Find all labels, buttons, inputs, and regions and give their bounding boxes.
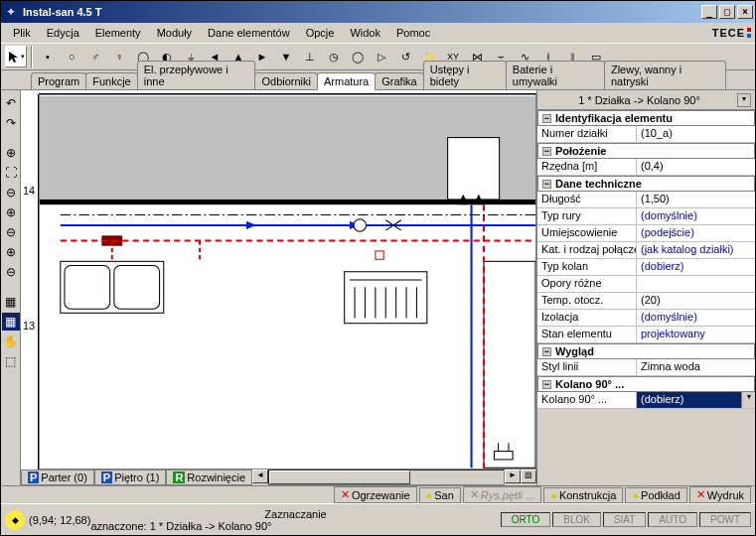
- mode-orto[interactable]: ORTO: [501, 512, 551, 527]
- zoom-minus-icon[interactable]: ⊖: [2, 223, 20, 241]
- snap-icon[interactable]: ▦: [2, 313, 20, 331]
- prop-value[interactable]: (0,4): [637, 159, 755, 175]
- mode-siat[interactable]: SIAT: [603, 512, 646, 527]
- prop-row[interactable]: Temp. otocz.(20): [537, 293, 755, 310]
- coord-icon: ◆: [1, 505, 29, 533]
- prop-row[interactable]: Opory różne: [537, 276, 755, 293]
- menu-widok[interactable]: Widok: [342, 25, 388, 41]
- maximize-button[interactable]: □: [719, 5, 735, 19]
- prop-header-dropdown[interactable]: ▾: [737, 93, 751, 107]
- zoom-sel-icon[interactable]: ⊖: [2, 263, 20, 281]
- close-button[interactable]: ×: [737, 5, 753, 19]
- menu-plik[interactable]: Plik: [5, 25, 39, 41]
- prop-row[interactable]: Typ kolan(dobierz): [537, 259, 755, 276]
- prop-value[interactable]: (domyślnie): [637, 208, 755, 224]
- x-icon: ✕: [341, 488, 350, 501]
- prop-value-dropdown[interactable]: ▾: [741, 392, 755, 408]
- tab-ustepy[interactable]: Ustępy i bidety: [423, 61, 507, 89]
- zoom-fit-icon[interactable]: ⛶: [2, 164, 20, 182]
- prop-row[interactable]: Styl liniiZimna woda: [537, 359, 755, 376]
- menu-elementy[interactable]: Elementy: [87, 25, 149, 41]
- tool-female[interactable]: ♀: [108, 46, 130, 67]
- prop-row[interactable]: Numer działki(10_a): [537, 126, 755, 143]
- prop-value[interactable]: (domyślnie): [637, 310, 755, 326]
- zoom-in-icon[interactable]: ⊕: [2, 144, 20, 162]
- tool-male[interactable]: ♂: [84, 46, 106, 67]
- prop-section-head[interactable]: −Identyfikacja elementu: [537, 110, 755, 126]
- minimize-button[interactable]: _: [701, 5, 717, 19]
- prop-value[interactable]: [637, 276, 755, 292]
- tool-circle[interactable]: ○: [61, 46, 82, 67]
- tab-przeplywowe[interactable]: El. przepływowe i inne: [137, 61, 256, 89]
- redo-icon[interactable]: ↷: [2, 114, 20, 132]
- tool-node[interactable]: •: [37, 46, 59, 67]
- layer-wydruk[interactable]: ✕Wydruk: [689, 486, 751, 503]
- prop-row[interactable]: Długość(1,50): [537, 192, 755, 208]
- mode-blok[interactable]: BLOK: [552, 512, 601, 527]
- prop-row[interactable]: Kat. i rodzaj połącze(jak katalog działk…: [537, 242, 755, 259]
- tab-zlewy[interactable]: Zlewy, wanny i natryski: [604, 61, 726, 89]
- prop-value[interactable]: (dobierz): [637, 259, 755, 275]
- layer-ogrzewanie[interactable]: ✕Ogrzewanie: [334, 486, 417, 503]
- prop-row[interactable]: Typ rury(domyślnie): [537, 208, 755, 225]
- zoom-out-icon[interactable]: ⊖: [2, 184, 20, 201]
- undo-icon[interactable]: ↶: [2, 94, 20, 112]
- tool-pointer[interactable]: ▾: [5, 46, 27, 67]
- prop-row[interactable]: Izolacja(domyślnie): [537, 310, 755, 327]
- scroll-right-button[interactable]: ►: [505, 469, 521, 483]
- menu-opcje[interactable]: Opcje: [298, 25, 343, 41]
- select-rect-icon[interactable]: ⬚: [2, 352, 20, 370]
- menu-dane[interactable]: Dane elementów: [200, 25, 298, 41]
- layer-rys.pętli ...[interactable]: ✕Rys.pętli ...: [463, 486, 541, 503]
- sheet-tab-parter[interactable]: PParter (0): [21, 469, 94, 485]
- layer-san[interactable]: ●San: [419, 487, 461, 503]
- prop-row[interactable]: Kolano 90° ...(dobierz)▾: [537, 392, 755, 409]
- mode-auto[interactable]: AUTO: [648, 512, 697, 527]
- prop-section-head[interactable]: −Wygląd: [537, 343, 755, 359]
- prop-value[interactable]: (10_a): [637, 126, 755, 142]
- tool-pipe[interactable]: ⊥: [299, 46, 321, 67]
- prop-value[interactable]: (dobierz): [637, 392, 741, 408]
- menu-pomoc[interactable]: Pomoc: [388, 25, 438, 41]
- menu-moduly[interactable]: Moduły: [149, 25, 200, 41]
- sheet-tab-pietro[interactable]: PPiętro (1): [94, 469, 167, 485]
- prop-row[interactable]: Rzędna [m](0,4): [537, 159, 755, 176]
- prop-value[interactable]: projektowany: [637, 327, 755, 342]
- menu-edycja[interactable]: Edycja: [39, 25, 87, 41]
- zoom-all-icon[interactable]: ⊕: [2, 243, 20, 261]
- zoom-plus-icon[interactable]: ⊕: [2, 203, 20, 221]
- pan-icon[interactable]: ✋: [2, 333, 20, 350]
- prop-section-head[interactable]: −Kolano 90° ...: [537, 376, 755, 392]
- prop-value[interactable]: Zimna woda: [637, 359, 755, 375]
- tool-down[interactable]: ▼: [275, 46, 297, 67]
- menubar: Plik Edycja Elementy Moduły Dane element…: [1, 23, 755, 43]
- hscroll-track[interactable]: [268, 469, 505, 485]
- tab-baterie[interactable]: Baterie i umywalki: [506, 61, 605, 89]
- layer-konstrukcja[interactable]: ●Konstrukcja: [543, 487, 623, 503]
- prop-value[interactable]: (podejście): [637, 225, 755, 241]
- tab-grafika[interactable]: Grafika: [375, 72, 423, 89]
- x-icon: ✕: [696, 488, 705, 501]
- tab-funkcje[interactable]: Funkcje: [85, 72, 138, 89]
- prop-value[interactable]: (1,50): [637, 192, 755, 207]
- layer-podkład[interactable]: ●Podkład: [625, 487, 686, 503]
- tool-big[interactable]: ◯: [347, 46, 369, 67]
- prop-row[interactable]: Umiejscowienie(podejście): [537, 225, 755, 242]
- sheet-tab-rozwiniecie[interactable]: RRozwinięcie: [166, 469, 252, 485]
- tool-play[interactable]: ▷: [371, 46, 392, 67]
- tab-program[interactable]: Program: [31, 72, 86, 89]
- grid-icon[interactable]: ▦: [2, 293, 20, 311]
- scroll-left-button[interactable]: ◄: [252, 469, 268, 483]
- prop-value[interactable]: (20): [637, 293, 755, 309]
- tab-armatura[interactable]: Armatura: [317, 72, 376, 90]
- prop-value[interactable]: (jak katalog działki): [637, 242, 755, 258]
- prop-section-head[interactable]: −Położenie: [537, 143, 755, 159]
- tool-rewind[interactable]: ↺: [394, 46, 416, 67]
- prop-section-head[interactable]: −Dane techniczne: [537, 176, 755, 192]
- tab-odbiorniki[interactable]: Odbiorniki: [254, 72, 318, 89]
- prop-row[interactable]: Stan elementuprojektowany: [537, 327, 755, 343]
- drawing-canvas[interactable]: [39, 94, 536, 469]
- mode-powt[interactable]: POWT: [699, 512, 751, 527]
- svg-rect-2: [61, 261, 164, 313]
- tool-clock[interactable]: ◷: [323, 46, 345, 67]
